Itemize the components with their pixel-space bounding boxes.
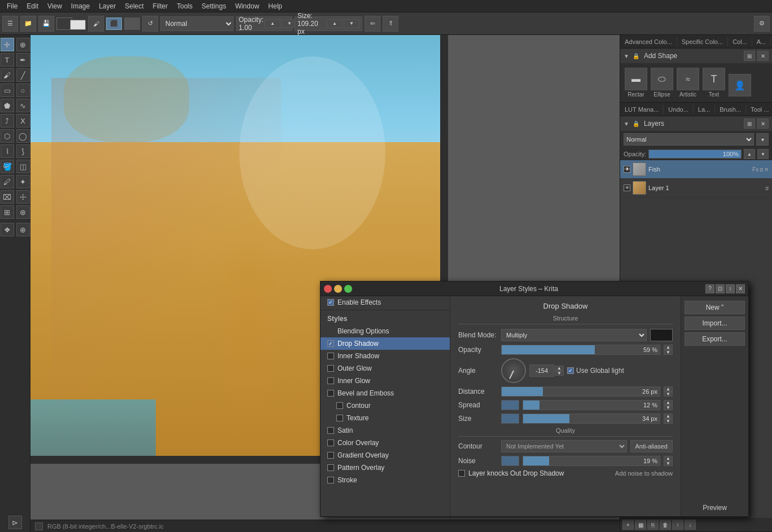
noise-up[interactable]: ▲	[664, 456, 673, 461]
layer-up-btn[interactable]: ↑	[672, 520, 683, 530]
menu-tools[interactable]: Tools	[172, 1, 197, 11]
blending-options-item[interactable]: Blending Options	[321, 325, 450, 337]
import-style-btn[interactable]: Import...	[685, 316, 745, 330]
select-poly-tool[interactable]: ⟆	[16, 144, 30, 158]
select-lasso-tool[interactable]: ⌇	[1, 144, 14, 158]
menu-select[interactable]: Select	[120, 1, 148, 11]
calligraphy-tool[interactable]: ✒	[16, 53, 30, 67]
contour-select[interactable]: Not Implemented Yet	[501, 440, 627, 452]
menu-layer[interactable]: Layer	[94, 1, 120, 11]
text-tool[interactable]: T	[1, 53, 14, 67]
dialog-float-btn[interactable]: ⊡	[716, 284, 725, 293]
drop-shadow-check[interactable]	[327, 340, 334, 347]
rect-tool[interactable]: ▭	[1, 83, 14, 97]
brush-tool[interactable]: 🖌	[1, 68, 14, 82]
outer-glow-item[interactable]: Outer Glow	[321, 362, 450, 375]
menu-edit[interactable]: Edit	[22, 1, 43, 11]
tab-col[interactable]: Col...	[728, 37, 752, 46]
tab-la[interactable]: La...	[694, 105, 715, 114]
mirror-tool[interactable]: ⊳	[8, 516, 22, 529]
smart-patch-tool[interactable]: ✦	[16, 175, 30, 188]
menu-settings[interactable]: Settings	[197, 1, 230, 11]
settings-btn[interactable]: ⚙	[754, 16, 770, 32]
layers-opacity-up[interactable]: ▲	[744, 149, 755, 159]
drop-shadow-color-swatch[interactable]	[650, 329, 673, 341]
texture-item[interactable]: Texture	[321, 412, 450, 424]
polygon-tool[interactable]: ⬟	[1, 99, 14, 112]
add-shape-expand[interactable]: ⊞	[744, 51, 755, 61]
spread-down[interactable]: ▼	[664, 405, 673, 410]
color-overlay-item[interactable]: Color Overlay	[321, 437, 450, 449]
bevel-emboss-check[interactable]	[327, 390, 334, 397]
bg-color-btn[interactable]	[70, 20, 86, 30]
size-up[interactable]: ▲	[664, 414, 673, 419]
stroke-item[interactable]: Stroke	[321, 474, 450, 486]
distance-slider[interactable]: 26 px	[501, 386, 660, 397]
new-style-btn[interactable]: New "	[685, 301, 745, 314]
angle-input[interactable]	[529, 364, 554, 377]
layers-opacity-slider[interactable]: 100%	[648, 150, 742, 159]
shape-rectangle[interactable]: ▬ Rectar	[625, 68, 647, 98]
open-button[interactable]: 📁	[20, 16, 36, 32]
use-global-light-check[interactable]	[567, 367, 574, 374]
dialog-maximize-btn[interactable]	[344, 285, 352, 293]
spread-slider[interactable]: 12 %	[523, 400, 660, 410]
fill-tool[interactable]: 🪣	[1, 160, 14, 173]
texture-check[interactable]	[336, 415, 343, 421]
dialog-titlebar[interactable]: Layer Styles – Krita ? ⊡ ↕ ✕	[321, 282, 748, 296]
drop-shadow-opacity-slider[interactable]: 59 %	[501, 345, 660, 355]
opacity-down[interactable]: ▼	[664, 350, 673, 355]
layers-blend-expand[interactable]: ▾	[756, 133, 769, 146]
layers-expand[interactable]: ⊞	[744, 118, 755, 129]
shape-artistic[interactable]: ≈ Artistic	[677, 68, 699, 98]
noise-slider[interactable]: 19 %	[523, 456, 660, 466]
menu-file[interactable]: File	[2, 1, 22, 11]
satin-check[interactable]	[327, 427, 334, 434]
distance-down[interactable]: ▼	[664, 392, 673, 397]
angle-down[interactable]: ▼	[555, 371, 564, 376]
move-tool[interactable]: ✛	[1, 38, 14, 51]
distance-up[interactable]: ▲	[664, 386, 673, 392]
spread-up[interactable]: ▲	[664, 400, 673, 405]
layer-delete-btn[interactable]: 🗑	[660, 520, 671, 530]
transform-tool[interactable]: ⊕	[16, 38, 30, 51]
tab-undo[interactable]: Undo...	[664, 105, 693, 114]
tab-a[interactable]: A...	[752, 37, 771, 46]
inner-shadow-check[interactable]	[327, 353, 334, 359]
anti-aliased-btn[interactable]: Anti-aliased	[630, 440, 673, 452]
pan-tool[interactable]: ☩	[16, 190, 30, 204]
contour-check[interactable]	[336, 402, 343, 409]
outer-glow-check[interactable]	[327, 365, 334, 372]
tab-brush[interactable]: Brush...	[715, 105, 746, 114]
eraser-btn[interactable]	[124, 17, 140, 30]
angle-up[interactable]: ▲	[555, 366, 564, 371]
tab-specific-color[interactable]: Specific Colo...	[677, 37, 728, 46]
select-rect-tool[interactable]: ⬡	[1, 129, 14, 143]
multibrush-tool[interactable]: ❖	[1, 223, 14, 236]
select-ellipse-tool[interactable]: ◯	[16, 129, 30, 143]
noise-down[interactable]: ▼	[664, 461, 673, 466]
size-down-btn[interactable]: ▼	[344, 19, 359, 28]
angle-dial[interactable]	[501, 358, 526, 383]
tab-advanced-color[interactable]: Advanced Colo...	[620, 37, 677, 46]
clone-tool[interactable]: ⊕	[16, 223, 30, 236]
shape-text[interactable]: T Text	[703, 68, 725, 98]
blend-mode-select[interactable]: Normal	[160, 16, 234, 31]
opacity-up-btn[interactable]: ▲	[265, 19, 280, 28]
inner-shadow-item[interactable]: Inner Shadow	[321, 350, 450, 362]
add-shape-collapse[interactable]: ▼	[624, 53, 629, 59]
shape-ellipse[interactable]: ⬭ Ellipse	[651, 68, 673, 98]
new-button[interactable]: ☰	[2, 16, 18, 32]
drop-shadow-blend-select[interactable]: Multiply	[501, 329, 647, 341]
path-tool[interactable]: ⤴	[1, 114, 14, 127]
layer-visibility-1[interactable]: 👁	[624, 184, 630, 191]
gradient-tool[interactable]: ◫	[16, 160, 30, 173]
satin-item[interactable]: Satin	[321, 424, 450, 437]
tab-lut[interactable]: LUT Mana...	[620, 105, 664, 114]
layer-group-btn[interactable]: ▦	[635, 520, 646, 530]
mirror-x-btn[interactable]: ⇐	[365, 16, 380, 32]
gradient-overlay-check[interactable]	[327, 452, 334, 459]
tab-tool[interactable]: Tool ...	[746, 105, 772, 114]
size-slider[interactable]: 34 px	[523, 414, 660, 424]
layer-knocks-check[interactable]	[458, 470, 465, 477]
